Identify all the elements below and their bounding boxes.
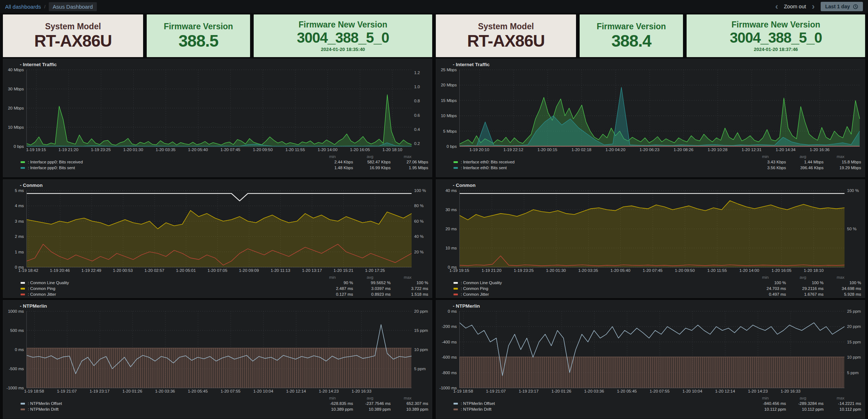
legend-value: 10.389 ppm: [392, 407, 428, 412]
time-shift-back-icon[interactable]: ‹: [775, 3, 778, 10]
x-axis-label: 1-19 23:25: [91, 147, 111, 152]
legend-label[interactable]: : Interface eth0: Bits received: [461, 159, 748, 165]
legend-label[interactable]: : Conmon Line Quality: [28, 280, 315, 286]
x-axis-label: 1-20 07:05: [207, 268, 227, 273]
zoom-out-button[interactable]: Zoom out: [784, 4, 806, 9]
y-axis: 1000 ms500 ms0 ms-500 ms-1000 ms: [3, 311, 26, 388]
legend-value: 1.44 Mbps: [787, 159, 824, 165]
legend-label[interactable]: : Conmon Ping: [461, 286, 748, 291]
chart-svg[interactable]: [460, 191, 845, 267]
plot-area[interactable]: [459, 191, 845, 267]
y2-axis-label: 60 %: [414, 219, 424, 223]
legend-label[interactable]: : NTPMerlin Offset: [461, 401, 748, 406]
chart-svg[interactable]: [27, 191, 412, 267]
legend-swatch: [454, 282, 458, 284]
x-axis-label: 1-19 18:58: [24, 389, 44, 393]
graph-panel-ntpmerlin-right: - NTPMerlin0 ms-200 ms-400 ms-600 ms-800…: [436, 300, 865, 419]
legend-swatch: [21, 294, 25, 295]
plot-area[interactable]: [459, 311, 845, 388]
x-axis-label: 1-20 01:26: [123, 389, 142, 393]
x-axis-label: 1-19 20:46: [50, 268, 70, 273]
plot-area[interactable]: [26, 311, 412, 388]
legend-header-avg: avg: [787, 275, 824, 280]
time-range-picker-button[interactable]: Last 1 day: [821, 2, 863, 11]
x-axis-label: 1-20 14:34: [776, 147, 796, 152]
x-axis-label: 1-20 10:28: [708, 147, 727, 152]
x-axis-label: 1-20 01:30: [546, 268, 566, 273]
plot-area[interactable]: [26, 70, 412, 146]
legend-header-max: max: [392, 154, 428, 159]
y2-axis-label: 40 %: [414, 234, 424, 239]
x-axis-label: 1-20 03:36: [584, 389, 604, 393]
legend-label[interactable]: : Interface ppp0: Bits received: [28, 159, 315, 165]
x-axis: 1-19 20:101-19 22:121-20 00:151-20 02:18…: [459, 147, 860, 153]
x-axis-label: 1-20 15:21: [334, 268, 353, 273]
chart-svg[interactable]: [27, 311, 412, 388]
x-axis: 1-19 18:581-19 21:071-19 23:171-20 01:26…: [26, 389, 412, 395]
legend-value: -628.835 ms: [317, 401, 353, 406]
legend-label[interactable]: : Conmon Line Quality: [461, 280, 748, 286]
breadcrumb-all-dashboards-link[interactable]: All dashboards: [5, 4, 41, 10]
y-axis-label: 40 Mbps: [8, 68, 24, 72]
x-axis-label: 1-20 14:23: [748, 389, 768, 393]
legend-header-max: max: [825, 275, 861, 280]
series-line-green: [27, 95, 412, 145]
plot-area[interactable]: [459, 70, 860, 146]
x-axis-label: 1-20 09:50: [675, 268, 695, 273]
y-axis-label: 20 Mbps: [8, 106, 24, 110]
time-range-label: Last 1 day: [825, 4, 850, 9]
legend-label[interactable]: : Interface eth0: Bits sent: [461, 165, 748, 171]
y-axis: 40 ms30 ms20 ms10 ms0 ms: [436, 191, 459, 267]
x-axis-label: 1-20 05:45: [617, 389, 637, 393]
y-axis-label: -800 ms: [442, 371, 457, 375]
time-shift-forward-icon[interactable]: ›: [812, 3, 815, 10]
y-axis-label: -600 ms: [442, 355, 457, 359]
x-axis-label: 1-20 18:10: [804, 268, 824, 273]
y-axis-label: 0 ms: [448, 309, 457, 313]
x-axis-label: 1-20 10:04: [682, 389, 702, 393]
y-axis-label: 4 ms: [15, 204, 24, 208]
y2-axis: 100 %50 %: [845, 191, 865, 267]
legend-swatch: [454, 161, 458, 163]
panel-title[interactable]: - Internet Traffic: [20, 62, 57, 67]
y2-axis-label: 0.6: [414, 113, 420, 117]
x-axis-label: 1-20 12:14: [286, 389, 306, 393]
time-controls: ‹ Zoom out › Last 1 day: [775, 2, 863, 11]
y-axis-label: 10 Mbps: [8, 125, 24, 129]
legend: minavgmax: Interface eth0: Bits received…: [453, 154, 861, 171]
chart-svg[interactable]: [460, 70, 860, 146]
x-axis-label: 1-20 02:18: [571, 147, 591, 152]
legend-value: 16.99 Kbps: [354, 165, 391, 171]
panel-title[interactable]: - Internet Traffic: [453, 62, 490, 67]
legend-label[interactable]: : Interface ppp0: Bits sent: [28, 165, 315, 171]
breadcrumb-separator: /: [44, 4, 46, 9]
legend-label[interactable]: : NTPMerlin Offset: [28, 401, 315, 406]
chart-svg[interactable]: [27, 70, 412, 146]
legend-header-avg: avg: [354, 396, 391, 401]
legend-value: 1.48 Kbps: [317, 165, 353, 171]
panel-title[interactable]: - NTPMerlin: [453, 303, 480, 309]
chart-svg[interactable]: [460, 311, 845, 388]
x-axis-label: 1-20 16:05: [350, 147, 370, 152]
series-fill-yellow: [27, 210, 412, 267]
chart-area: 25 Mbps20 Mbps15 Mbps10 Mbps5 Mbps0 bps: [436, 70, 865, 146]
legend-label[interactable]: : Conmon Ping: [28, 286, 315, 291]
legend-label[interactable]: : NTPMerlin Drift: [461, 407, 748, 412]
y-axis-label: 0 bps: [447, 144, 457, 149]
breadcrumb-current-dashboard[interactable]: Asus Dashboard: [49, 2, 97, 11]
y-axis-label: 500 ms: [10, 328, 24, 333]
y-axis-label: 1 ms: [15, 250, 24, 254]
x-axis-label: 1-20 16:33: [352, 389, 371, 393]
plot-area[interactable]: [26, 191, 412, 267]
y-axis-label: 0 bps: [14, 144, 24, 149]
stat-timestamp: 2024-01-20 18:35:40: [321, 47, 365, 52]
x-axis-label: 1-20 14:00: [318, 147, 338, 152]
y2-axis-label: 15 ppm: [847, 340, 861, 344]
y2-axis: 100 %80 %60 %40 %20 %: [412, 191, 432, 267]
panel-title[interactable]: - Conmon: [20, 183, 43, 188]
legend-label[interactable]: : Conmon Jitter: [28, 292, 315, 297]
panel-title[interactable]: - Conmon: [453, 183, 476, 188]
legend-label[interactable]: : Conmon Jitter: [461, 292, 748, 297]
legend-label[interactable]: : NTPMerlin Drift: [28, 407, 315, 412]
panel-title[interactable]: - NTPMerlin: [20, 303, 47, 309]
